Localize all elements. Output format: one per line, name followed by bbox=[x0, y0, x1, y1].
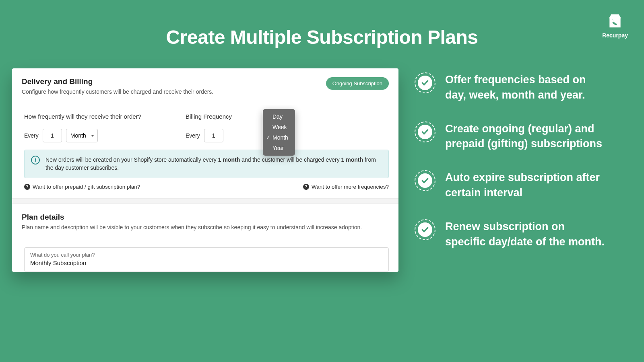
info-icon: i bbox=[31, 156, 40, 165]
dropdown-option-year[interactable]: Year bbox=[263, 143, 295, 153]
dropdown-option-month[interactable]: Month bbox=[263, 132, 295, 143]
info-banner: i New orders will be created on your Sho… bbox=[24, 150, 389, 178]
question-icon: ? bbox=[24, 184, 30, 190]
brand-name: Recurpay bbox=[602, 32, 628, 39]
section-divider bbox=[12, 198, 398, 204]
plan-name-field[interactable]: What do you call your plan? bbox=[24, 247, 389, 272]
brand-logo: Recurpay bbox=[602, 12, 628, 39]
check-badge-icon bbox=[415, 219, 436, 240]
feature-item: Create ongoing (regular) and prepaid (gi… bbox=[415, 121, 632, 152]
order-frequency-input[interactable] bbox=[43, 129, 62, 142]
feature-item: Renew subscription on specific day/date … bbox=[415, 219, 632, 250]
more-frequencies-hint-link[interactable]: ? Want to offer more frequencies? bbox=[303, 184, 389, 190]
prepaid-hint-text: Want to offer prepaid / gift subscriptio… bbox=[33, 184, 140, 190]
billing-frequency-input[interactable] bbox=[204, 129, 223, 142]
feature-text: Create ongoing (regular) and prepaid (gi… bbox=[445, 121, 606, 152]
subscription-type-pill[interactable]: Ongoing Subscription bbox=[326, 77, 389, 90]
question-icon: ? bbox=[303, 184, 309, 190]
more-frequencies-hint-text: Want to offer more frequencies? bbox=[312, 184, 389, 190]
order-unit-value: Month bbox=[70, 132, 86, 139]
feature-text: Renew subscription on specific day/date … bbox=[445, 219, 606, 250]
page-title: Create Multiple Subscription Plans bbox=[0, 0, 644, 48]
plan-details-subtext: Plan name and description will be visibl… bbox=[22, 224, 389, 230]
feature-item: Auto expire subscription after certain i… bbox=[415, 170, 632, 201]
plan-name-input[interactable] bbox=[30, 259, 383, 266]
svg-point-0 bbox=[612, 21, 613, 22]
dropdown-option-day[interactable]: Day bbox=[263, 111, 295, 122]
feature-item: Offer frequencies based on day, week, mo… bbox=[415, 72, 632, 103]
feature-text: Auto expire subscription after certain i… bbox=[445, 170, 606, 201]
info-text: New orders will be created on your Shopi… bbox=[45, 156, 382, 172]
svg-point-1 bbox=[612, 19, 613, 21]
plan-details-heading: Plan details bbox=[22, 213, 389, 222]
subscription-settings-card: Delivery and Billing Configure how frequ… bbox=[12, 68, 398, 272]
shopping-bag-icon bbox=[602, 12, 628, 31]
order-unit-select[interactable]: Month bbox=[66, 129, 98, 142]
frequency-row: How frequently will they receive their o… bbox=[12, 104, 398, 150]
prepaid-hint-link[interactable]: ? Want to offer prepaid / gift subscript… bbox=[24, 184, 140, 190]
billing-frequency-label: Billing Frequency bbox=[186, 113, 232, 120]
dropdown-option-week[interactable]: Week bbox=[263, 122, 295, 132]
plan-details-header: Plan details Plan name and description w… bbox=[12, 204, 398, 239]
check-badge-icon bbox=[415, 121, 436, 142]
check-badge-icon bbox=[415, 170, 436, 191]
order-frequency-label: How frequently will they receive their o… bbox=[24, 113, 141, 120]
plan-name-label: What do you call your plan? bbox=[30, 252, 383, 258]
feature-text: Offer frequencies based on day, week, mo… bbox=[445, 72, 606, 103]
check-badge-icon bbox=[415, 72, 436, 93]
every-label-billing: Every bbox=[186, 132, 200, 139]
every-label: Every bbox=[24, 132, 39, 139]
delivery-billing-header: Delivery and Billing Configure how frequ… bbox=[12, 68, 398, 104]
billing-unit-dropdown[interactable]: Day Week Month Year bbox=[263, 109, 295, 156]
feature-list: Offer frequencies based on day, week, mo… bbox=[415, 68, 632, 283]
